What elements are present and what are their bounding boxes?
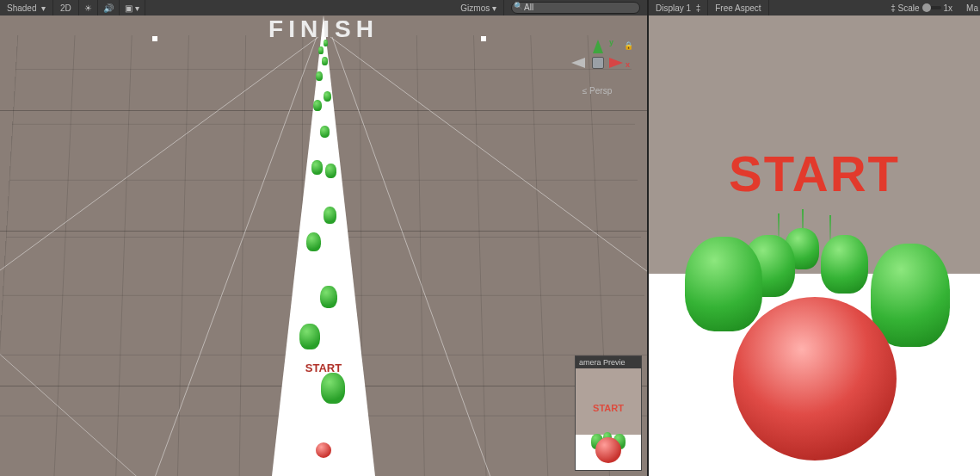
- search-wrapper: All: [504, 0, 647, 15]
- obstacle-capsule: [685, 237, 762, 331]
- obstacle-capsule[interactable]: [306, 232, 321, 251]
- audio-toggle-icon[interactable]: 🔊: [98, 0, 120, 15]
- axis-y-label: y: [609, 38, 613, 46]
- player-ball[interactable]: [316, 442, 331, 458]
- display-dropdown[interactable]: Display 1 ‡: [649, 0, 708, 15]
- obstacle-capsule[interactable]: [320, 126, 330, 138]
- maximize-button[interactable]: Ma: [959, 0, 980, 15]
- start-label-game: START: [649, 145, 980, 202]
- fx-toggle-icon[interactable]: ▣ ▾: [120, 0, 145, 15]
- lighting-toggle-icon[interactable]: ☀: [79, 0, 98, 15]
- axis-x-label: x: [626, 60, 630, 69]
- finish-label: FINISH: [268, 15, 379, 43]
- scene-toolbar: Shaded ▾ 2D ☀ 🔊 ▣ ▾ Gizmos ▾ All: [0, 0, 647, 15]
- obstacle-capsule[interactable]: [325, 164, 336, 178]
- scene-canvas[interactable]: FINISH START 🔒 y x ≤ Persp: [0, 15, 647, 476]
- player-ball: [733, 297, 897, 461]
- obstacle-capsule[interactable]: [322, 57, 328, 65]
- gizmos-label: Gizmos: [460, 3, 490, 13]
- gizmos-dropdown[interactable]: Gizmos ▾: [453, 0, 504, 15]
- obstacle-capsule[interactable]: [313, 100, 322, 111]
- camera-preview: amera Previe START: [575, 355, 642, 471]
- frustum-handle[interactable]: [152, 36, 157, 41]
- obstacle-capsule: [821, 235, 868, 294]
- scale-slider[interactable]: [922, 6, 941, 9]
- game-toolbar: Display 1 ‡ Free Aspect ‡ Scale 1x Ma: [649, 0, 980, 15]
- obstacle-capsule[interactable]: [299, 324, 320, 349]
- camera-preview-title: amera Previe: [576, 356, 641, 368]
- scene-search-input[interactable]: All: [511, 2, 640, 14]
- obstacle-capsule[interactable]: [321, 373, 345, 404]
- game-view-panel: Display 1 ‡ Free Aspect ‡ Scale 1x Ma ST…: [649, 0, 980, 476]
- obstacle-capsule[interactable]: [316, 71, 323, 81]
- camera-preview-start: START: [576, 403, 641, 413]
- scale-label: Scale: [898, 3, 920, 13]
- start-label-scene: START: [305, 362, 342, 374]
- draw-mode-label: Shaded: [7, 3, 36, 13]
- aspect-dropdown[interactable]: Free Aspect: [708, 0, 768, 15]
- obstacle-capsule[interactable]: [324, 91, 331, 102]
- orientation-gizmo[interactable]: 🔒 y x ≤ Persp: [563, 41, 632, 96]
- obstacle-capsule[interactable]: [320, 286, 337, 308]
- obstacle-capsule[interactable]: [324, 207, 336, 224]
- draw-mode-dropdown[interactable]: Shaded ▾: [0, 0, 53, 15]
- scene-view-panel: Shaded ▾ 2D ☀ 🔊 ▣ ▾ Gizmos ▾ All FI: [0, 0, 649, 476]
- scale-value: 1x: [944, 3, 953, 13]
- obstacle-capsule[interactable]: [318, 46, 324, 54]
- obstacle-capsule: [871, 244, 950, 347]
- projection-label[interactable]: ≤ Persp: [563, 86, 632, 96]
- scale-control: ‡ Scale 1x: [884, 0, 959, 15]
- obstacle-capsule[interactable]: [311, 160, 323, 175]
- game-canvas[interactable]: START: [649, 15, 980, 476]
- toggle-2d-button[interactable]: 2D: [53, 0, 79, 15]
- lock-icon[interactable]: 🔒: [624, 41, 633, 50]
- frustum-handle[interactable]: [481, 36, 486, 41]
- watermark-text: CSDN @代码骑士: [873, 455, 971, 471]
